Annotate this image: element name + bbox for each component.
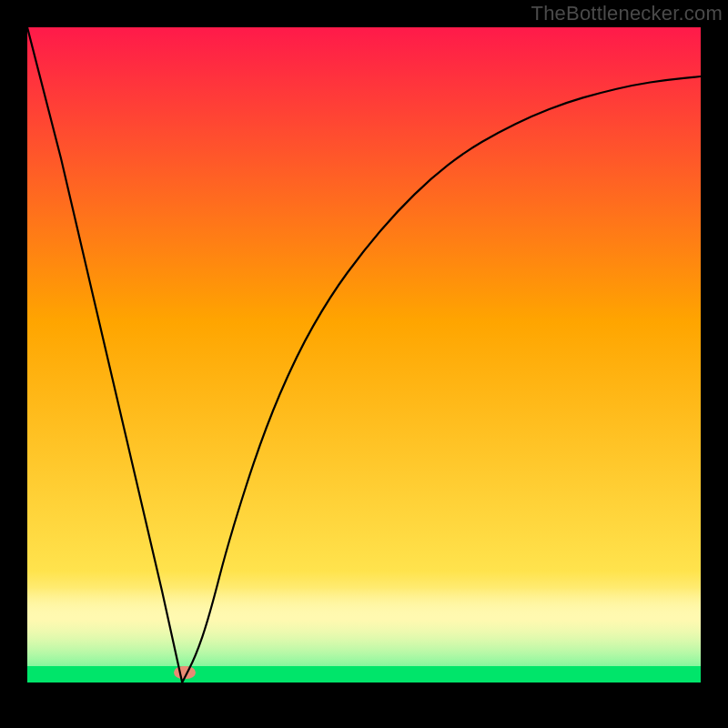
green-baseline-band [27, 666, 701, 682]
watermark-label: TheBottlenecker.com [531, 2, 723, 25]
chart-frame: TheBottlenecker.com [0, 0, 728, 728]
plot-gradient-background [27, 27, 701, 682]
pale-yellow-band [27, 588, 701, 666]
minimum-marker [174, 666, 196, 679]
